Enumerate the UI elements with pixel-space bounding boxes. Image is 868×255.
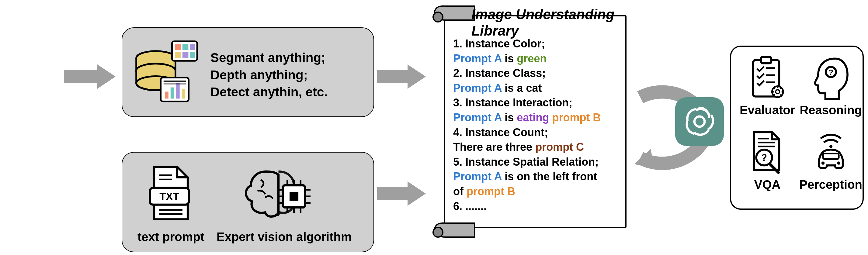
svg-rect-6 xyxy=(190,44,195,50)
tools-list: Segmant anything; Depth anything; Detect… xyxy=(211,49,328,101)
brain-chip-icon xyxy=(244,163,311,224)
item-4-pre: There are three xyxy=(453,141,535,153)
svg-point-65 xyxy=(821,161,824,164)
svg-text:?: ? xyxy=(829,68,833,77)
item-2-head: 2. Instance Class; xyxy=(453,66,620,81)
svg-rect-11 xyxy=(165,92,168,98)
svg-rect-4 xyxy=(175,44,181,50)
inputs-box: TXT text prompt E xyxy=(122,152,374,252)
scroll-curl-bottom-icon xyxy=(426,210,477,240)
item-1-val: green xyxy=(517,52,547,65)
perception-label: Perception xyxy=(799,178,862,191)
svg-rect-14 xyxy=(182,89,186,98)
item-4-c: prompt C xyxy=(535,141,584,153)
evaluator-label: Evaluator xyxy=(740,103,795,117)
item-4-head: 4. Instance Count; xyxy=(453,125,620,140)
svg-marker-38 xyxy=(634,149,654,168)
arrow-to-tools xyxy=(64,70,97,83)
txt-file-icon: TXT xyxy=(144,165,198,222)
item-1-mid: is xyxy=(501,52,517,65)
item-2-a: Prompt A xyxy=(453,82,501,94)
svg-rect-12 xyxy=(170,88,174,99)
item-3-head: 3. Instance Interaction; xyxy=(453,95,620,110)
arrow-inputs-to-library xyxy=(377,187,407,200)
expert-label: Expert vision algorithm xyxy=(217,230,352,244)
item-3-a: Prompt A xyxy=(453,111,501,124)
checklist-gear-icon xyxy=(748,55,787,101)
item-5-head: 5. Instance Spatial Relation; xyxy=(453,155,620,169)
item-5-b: prompt B xyxy=(467,185,515,197)
item-5-a: Prompt A xyxy=(453,170,501,183)
thinking-head-icon: ? xyxy=(811,55,851,101)
item-1-line: Prompt A is green xyxy=(453,51,620,66)
item-3-mid: is xyxy=(501,111,517,124)
tool-line-3: Detect anythin, etc. xyxy=(211,84,328,101)
library-list: 1. Instance Color; Prompt A is green 2. … xyxy=(453,36,620,214)
item-5-mid: is on the left front xyxy=(501,170,597,183)
item-5-line2: of prompt B xyxy=(453,184,620,199)
library-panel: Image Understanding Library 1. Instance … xyxy=(426,3,632,240)
item-3-verb: eating xyxy=(517,111,549,124)
item-5-line1: Prompt A is on the left front xyxy=(453,169,620,184)
item-3-space xyxy=(549,111,552,124)
svg-rect-8 xyxy=(183,52,189,58)
item-3-b: prompt B xyxy=(552,111,601,124)
item-6: 6. ....... xyxy=(453,199,620,214)
task-perception: Perception xyxy=(799,130,862,200)
openai-icon xyxy=(675,97,724,146)
library-title: Image Understanding Library xyxy=(471,6,632,39)
svg-line-52 xyxy=(780,95,782,96)
scroll-curl-top-icon xyxy=(426,3,477,33)
document-magnifier-icon: ? xyxy=(748,130,787,176)
svg-text:TXT: TXT xyxy=(159,191,179,202)
item-2-rest: is a cat xyxy=(501,82,542,94)
item-1-head: 1. Instance Color; xyxy=(453,36,620,51)
item-3-line: Prompt A is eating prompt B xyxy=(453,110,620,125)
arrow-inputs-to-library-head xyxy=(407,182,426,206)
item-5-of: of xyxy=(453,185,467,197)
car-radar-icon xyxy=(811,130,851,176)
arrow-tools-to-library-head xyxy=(407,64,426,89)
svg-rect-13 xyxy=(176,83,180,99)
svg-line-51 xyxy=(773,88,775,89)
item-2-line: Prompt A is a cat xyxy=(453,81,620,96)
svg-text:?: ? xyxy=(761,152,767,163)
svg-point-39 xyxy=(694,117,705,127)
svg-point-63 xyxy=(829,145,832,148)
svg-line-53 xyxy=(780,88,782,89)
item-1-a: Prompt A xyxy=(453,52,501,65)
database-chart-icon xyxy=(131,37,202,107)
tasks-panel: Evaluator ? Reasoning ? VQA xyxy=(730,45,864,210)
reasoning-label: Reasoning xyxy=(800,103,862,117)
tools-box: Segmant anything; Depth anything; Detect… xyxy=(122,27,374,117)
arrow-tools-to-library xyxy=(377,70,407,83)
svg-rect-41 xyxy=(761,57,771,63)
text-prompt-label: text prompt xyxy=(137,230,205,244)
tool-line-1: Segmant anything; xyxy=(211,49,328,67)
task-vqa: ? VQA xyxy=(740,130,795,200)
item-4-line: There are three prompt C xyxy=(453,140,620,155)
svg-line-54 xyxy=(773,95,775,96)
task-reasoning: ? Reasoning xyxy=(799,55,862,126)
tool-line-2: Depth anything; xyxy=(211,67,328,84)
task-evaluator: Evaluator xyxy=(740,55,795,126)
arrow-to-tools-head xyxy=(97,64,116,89)
svg-rect-24 xyxy=(289,192,298,201)
svg-rect-7 xyxy=(175,52,181,58)
vqa-label: VQA xyxy=(754,178,781,191)
svg-rect-9 xyxy=(190,52,195,58)
svg-rect-64 xyxy=(823,154,839,159)
svg-rect-5 xyxy=(183,44,189,50)
svg-point-66 xyxy=(837,161,840,164)
